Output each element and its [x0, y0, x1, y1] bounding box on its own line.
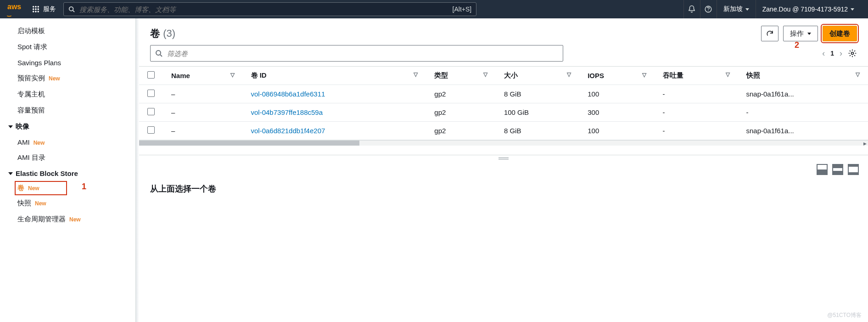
page-title: 卷 (3) [150, 27, 175, 40]
select-all-checkbox[interactable] [147, 71, 155, 79]
global-search[interactable]: [Alt+S] [63, 2, 476, 16]
create-volume-button[interactable]: 创建卷 [823, 26, 857, 41]
detail-empty-message: 从上面选择一个卷 [139, 175, 868, 203]
volume-link[interactable]: vol-086948b6a1dfe6311 [243, 85, 426, 103]
services-label: 服务 [43, 5, 56, 13]
col-name[interactable]: Name▽ [163, 67, 243, 85]
col-snapshot[interactable]: 快照▽ [738, 67, 868, 85]
volumes-table: Name▽ 卷 ID▽ 类型▽ 大小▽ IOPS▽ 吞吐量▽ 快照▽ – vol… [139, 66, 868, 146]
pager-current: 1 [830, 50, 834, 57]
svg-point-3 [708, 11, 709, 11]
new-badge: New [35, 200, 46, 207]
new-badge: New [28, 185, 39, 192]
annotation-1: 1 [82, 182, 86, 192]
topbar: aws‿ 服务 [Alt+S] 新加坡 Zane.Dou @ 7109-4173… [0, 0, 868, 18]
sidebar-section-images[interactable]: 映像 [8, 119, 135, 135]
notifications-button[interactable] [683, 0, 700, 18]
svg-line-5 [160, 55, 162, 56]
sidebar-item-lifecycle-manager[interactable]: 生命周期管理器New [8, 211, 135, 227]
filter-input[interactable] [167, 50, 558, 57]
new-badge: New [34, 140, 45, 146]
row-checkbox[interactable] [147, 90, 155, 97]
chevron-down-icon [851, 8, 854, 11]
new-badge: New [49, 75, 60, 82]
sidebar-section-ebs[interactable]: Elastic Block Store [8, 166, 135, 181]
col-throughput[interactable]: 吞吐量▽ [655, 67, 738, 85]
chevron-down-icon [807, 33, 811, 35]
account-label: Zane.Dou @ 7109-4173-5912 [762, 6, 848, 13]
layout-full-button[interactable] [848, 164, 859, 175]
actions-dropdown[interactable]: 操作 [783, 26, 818, 41]
scrollbar-thumb[interactable] [139, 141, 359, 146]
sidebar-item-savings-plans[interactable]: Savings Plans [8, 55, 135, 70]
col-type[interactable]: 类型▽ [426, 67, 496, 85]
table-row[interactable]: – vol-086948b6a1dfe6311 gp2 8 GiB 100 - … [139, 85, 868, 103]
svg-line-1 [73, 11, 75, 12]
row-checkbox[interactable] [147, 126, 155, 134]
region-label: 新加坡 [723, 5, 743, 13]
horizontal-scrollbar[interactable]: ◂ ▸ [139, 140, 868, 146]
svg-point-0 [69, 7, 73, 11]
layout-split-button[interactable] [832, 164, 843, 175]
region-selector[interactable]: 新加坡 [717, 0, 756, 18]
sidebar-item-volumes[interactable]: 卷New [15, 181, 67, 195]
search-icon [155, 50, 162, 57]
svg-point-4 [156, 51, 161, 55]
layout-bottom-button[interactable] [817, 164, 828, 175]
global-search-input[interactable] [79, 6, 452, 13]
volume-link[interactable]: vol-0a6d821ddb1f4e207 [243, 122, 426, 140]
search-icon [68, 6, 75, 12]
split-handle[interactable] [139, 155, 868, 161]
pager-prev[interactable]: ‹ [822, 49, 825, 58]
gear-icon [848, 49, 857, 58]
scroll-right-icon[interactable]: ▸ [862, 141, 868, 146]
row-checkbox[interactable] [147, 108, 155, 115]
search-hotkey: [Alt+S] [453, 6, 472, 13]
chevron-down-icon [745, 8, 749, 11]
bell-icon [688, 5, 696, 13]
grip-icon [498, 158, 509, 159]
sidebar-resizer[interactable] [135, 18, 139, 322]
new-badge: New [69, 216, 81, 223]
annotation-2: 2 [795, 40, 799, 50]
sidebar-item-spot-requests[interactable]: Spot 请求 [8, 39, 135, 55]
pager-next[interactable]: › [840, 49, 842, 58]
sidebar-item-reserved-instances[interactable]: 预留实例New [8, 70, 135, 86]
sidebar[interactable]: 启动模板 Spot 请求 Savings Plans 预留实例New 专属主机 … [0, 18, 135, 322]
col-size[interactable]: 大小▽ [496, 67, 579, 85]
sidebar-item-snapshots[interactable]: 快照New [8, 195, 135, 211]
services-menu[interactable]: 服务 [32, 5, 56, 13]
sidebar-item-ami[interactable]: AMINew [8, 135, 135, 150]
filter-input-wrapper[interactable] [150, 45, 563, 62]
volume-link[interactable]: vol-04b7397ffe188c59a [243, 103, 426, 122]
refresh-button[interactable] [761, 26, 778, 41]
table-row[interactable]: – vol-04b7397ffe188c59a gp2 100 GiB 300 … [139, 103, 868, 122]
sidebar-item-dedicated-hosts[interactable]: 专属主机 [8, 86, 135, 102]
aws-logo[interactable]: aws‿ [7, 3, 21, 16]
watermark: @51CTO博客 [827, 311, 862, 319]
account-menu[interactable]: Zane.Dou @ 7109-4173-5912 [756, 0, 861, 18]
sidebar-item-ami-catalog[interactable]: AMI 目录 [8, 150, 135, 166]
main-panel: 卷 (3) 操作 创建卷 2 [139, 18, 868, 322]
chevron-down-icon [8, 125, 13, 128]
help-button[interactable] [700, 0, 717, 18]
col-vol-id[interactable]: 卷 ID▽ [243, 67, 426, 85]
table-settings-button[interactable] [848, 49, 857, 58]
chevron-down-icon [8, 172, 13, 175]
help-icon [704, 5, 712, 13]
sidebar-item-capacity-reservations[interactable]: 容量预留 [8, 102, 135, 119]
col-iops[interactable]: IOPS▽ [579, 67, 654, 85]
sidebar-item-launch-templates[interactable]: 启动模板 [8, 23, 135, 39]
table-row[interactable]: – vol-0a6d821ddb1f4e207 gp2 8 GiB 100 - … [139, 122, 868, 140]
grid-icon [32, 6, 39, 13]
refresh-icon [766, 29, 774, 38]
svg-point-6 [851, 52, 854, 55]
